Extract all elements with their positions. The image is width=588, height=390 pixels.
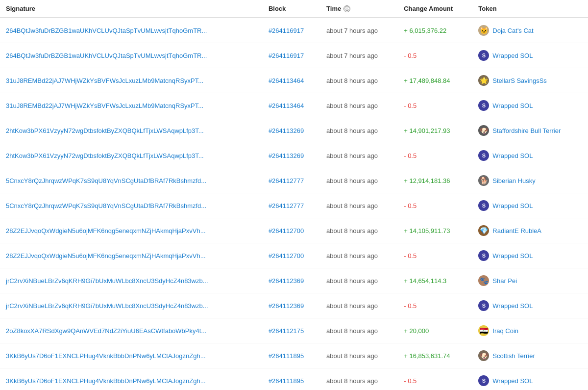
token-name-link[interactable]: Scottish Terrier (492, 352, 535, 360)
block-link[interactable]: #264113269 (269, 152, 304, 159)
cell-change: - 0.5 (398, 368, 472, 390)
change-amount: - 0.5 (404, 252, 416, 260)
token-name-link[interactable]: Wrapped SOL (492, 377, 533, 385)
change-amount: - 0.5 (404, 102, 416, 109)
transactions-table: Signature Block Time ⓘ Change Amount Tok… (0, 0, 588, 390)
cell-token: 🐶 Staffordshire Bull Terrier (472, 118, 588, 143)
token-name-link[interactable]: Wrapped SOL (492, 102, 533, 109)
cell-time: about 8 hours ago (320, 368, 398, 390)
token-cell: 🇮🇶 Iraq Coin (478, 325, 582, 336)
block-link[interactable]: #264113464 (269, 102, 304, 109)
cell-signature: 2htKow3bPX61VzyyN72wgDtbsfoktByZXQBQkLfT… (0, 118, 263, 143)
block-link[interactable]: #264111895 (269, 377, 304, 385)
signature-link[interactable]: 28Z2EJJvqoQxWdgieN5u6ojMFK6nqg5eneqxmNZj… (6, 252, 206, 260)
block-link[interactable]: #264112777 (269, 202, 304, 209)
change-amount: + 6,015,376.22 (404, 27, 446, 34)
token-name-link[interactable]: StellarS SavingsSs (492, 77, 547, 84)
signature-link[interactable]: 5CnxcY8rQzJhrqwzWPqK7sS9qU8YqVnSCgUtaDfB… (6, 177, 206, 184)
header-time[interactable]: Time ⓘ (320, 0, 398, 18)
token-cell: S Wrapped SOL (478, 100, 582, 111)
block-link[interactable]: #264112369 (269, 302, 304, 310)
signature-link[interactable]: 31uJ8REMBd22jAJ7WHjWZkYsBVFWsJcLxuzLMb9M… (6, 102, 203, 109)
signature-link[interactable]: 264BQtJw3fuDrBZGB1waUKhVCLUvQJtaSpTvUMLw… (6, 52, 207, 59)
block-link[interactable]: #264113464 (269, 77, 304, 84)
cell-token: S Wrapped SOL (472, 143, 588, 168)
cell-time: about 8 hours ago (320, 68, 398, 93)
cell-token: S Wrapped SOL (472, 368, 588, 390)
cell-time: about 8 hours ago (320, 168, 398, 193)
token-cell: 🐶 Scottish Terrier (478, 350, 582, 361)
token-name-link[interactable]: Shar Pei (492, 277, 517, 285)
block-link[interactable]: #264116917 (269, 52, 304, 59)
signature-link[interactable]: 28Z2EJJvqoQxWdgieN5u6ojMFK6nqg5eneqxmNZj… (6, 227, 206, 234)
cell-block: #264111895 (263, 343, 320, 368)
signature-link[interactable]: 2htKow3bPX61VzyyN72wgDtbsfoktByZXQBQkLfT… (6, 127, 204, 134)
block-link[interactable]: #264112369 (269, 277, 304, 285)
token-name-link[interactable]: Iraq Coin (492, 327, 518, 335)
token-icon: 💎 (478, 225, 489, 236)
cell-change: - 0.5 (398, 43, 472, 68)
table-row: jrC2rvXiNBueLBrZv6qKRH9Gi7bUxMuWLbc8XncU… (0, 268, 588, 293)
block-link[interactable]: #264112777 (269, 177, 304, 184)
signature-link[interactable]: jrC2rvXiNBueLBrZv6qKRH9Gi7bUxMuWLbc8XncU… (6, 302, 208, 310)
token-name-link[interactable]: Siberian Husky (492, 177, 535, 184)
block-link[interactable]: #264111895 (269, 352, 304, 360)
signature-link[interactable]: 3KkB6yUs7D6oF1EXNCLPHug4VknkBbbDnPNw6yLM… (6, 352, 206, 360)
time-info-icon[interactable]: ⓘ (343, 5, 350, 12)
block-link[interactable]: #264113269 (269, 127, 304, 134)
table-row: 2oZ8koxXA7RSdXgw9QAnWVEd7NdZ2iYiuU6EAsCW… (0, 318, 588, 343)
signature-link[interactable]: 31uJ8REMBd22jAJ7WHjWZkYsBVFWsJcLxuzLMb9M… (6, 77, 203, 84)
cell-change: + 17,489,848.84 (398, 68, 472, 93)
token-icon: S (478, 300, 489, 311)
cell-block: #264111895 (263, 368, 320, 390)
cell-time: about 8 hours ago (320, 143, 398, 168)
signature-link[interactable]: 5CnxcY8rQzJhrqwzWPqK7sS9qU8YqVnSCgUtaDfB… (6, 202, 206, 209)
token-cell: 🐶 Staffordshire Bull Terrier (478, 125, 582, 136)
token-icon: 🐱 (478, 25, 489, 36)
block-link[interactable]: #264112700 (269, 227, 304, 234)
cell-block: #264116917 (263, 18, 320, 43)
token-name-link[interactable]: Wrapped SOL (492, 202, 533, 209)
cell-time: about 8 hours ago (320, 218, 398, 243)
token-name-link[interactable]: Wrapped SOL (492, 152, 533, 159)
cell-block: #264112175 (263, 318, 320, 343)
cell-signature: 5CnxcY8rQzJhrqwzWPqK7sS9qU8YqVnSCgUtaDfB… (0, 193, 263, 218)
token-cell: 🐱 Doja Cat's Cat (478, 25, 582, 36)
cell-time: about 7 hours ago (320, 43, 398, 68)
signature-link[interactable]: 2oZ8koxXA7RSdXgw9QAnWVEd7NdZ2iYiuU6EAsCW… (6, 327, 206, 335)
signature-link[interactable]: 264BQtJw3fuDrBZGB1waUKhVCLUvQJtaSpTvUMLw… (6, 27, 207, 34)
token-name-link[interactable]: RadiantE RubleA (492, 227, 541, 234)
token-name-link[interactable]: Wrapped SOL (492, 252, 533, 260)
signature-link[interactable]: 3KkB6yUs7D6oF1EXNCLPHug4VknkBbbDnPNw6yLM… (6, 377, 206, 385)
token-cell: S Wrapped SOL (478, 375, 582, 386)
block-link[interactable]: #264112700 (269, 252, 304, 260)
token-name-link[interactable]: Wrapped SOL (492, 52, 533, 59)
token-name-link[interactable]: Doja Cat's Cat (492, 27, 533, 34)
token-icon: 🐾 (478, 275, 489, 286)
header-token: Token (472, 0, 588, 18)
token-icon: 🇮🇶 (478, 325, 489, 336)
token-cell: S Wrapped SOL (478, 50, 582, 61)
token-name-link[interactable]: Wrapped SOL (492, 302, 533, 310)
cell-signature: 31uJ8REMBd22jAJ7WHjWZkYsBVFWsJcLxuzLMb9M… (0, 93, 263, 118)
cell-token: 🐾 Shar Pei (472, 268, 588, 293)
cell-block: #264112700 (263, 243, 320, 268)
cell-time: about 8 hours ago (320, 118, 398, 143)
block-link[interactable]: #264116917 (269, 27, 304, 34)
cell-token: 💎 RadiantE RubleA (472, 218, 588, 243)
cell-token: S Wrapped SOL (472, 193, 588, 218)
table-row: 5CnxcY8rQzJhrqwzWPqK7sS9qU8YqVnSCgUtaDfB… (0, 168, 588, 193)
table-row: 264BQtJw3fuDrBZGB1waUKhVCLUvQJtaSpTvUMLw… (0, 18, 588, 43)
cell-block: #264113464 (263, 93, 320, 118)
header-signature: Signature (0, 0, 263, 18)
token-cell: S Wrapped SOL (478, 300, 582, 311)
signature-link[interactable]: jrC2rvXiNBueLBrZv6qKRH9Gi7bUxMuWLbc8XncU… (6, 277, 208, 285)
cell-signature: 3KkB6yUs7D6oF1EXNCLPHug4VknkBbbDnPNw6yLM… (0, 368, 263, 390)
token-icon: S (478, 250, 489, 261)
block-link[interactable]: #264112175 (269, 327, 304, 335)
token-icon: 🌟 (478, 75, 489, 86)
cell-block: #264112369 (263, 293, 320, 318)
cell-change: + 16,853,631.74 (398, 343, 472, 368)
signature-link[interactable]: 2htKow3bPX61VzyyN72wgDtbsfoktByZXQBQkLfT… (6, 152, 204, 159)
token-name-link[interactable]: Staffordshire Bull Terrier (492, 127, 561, 134)
